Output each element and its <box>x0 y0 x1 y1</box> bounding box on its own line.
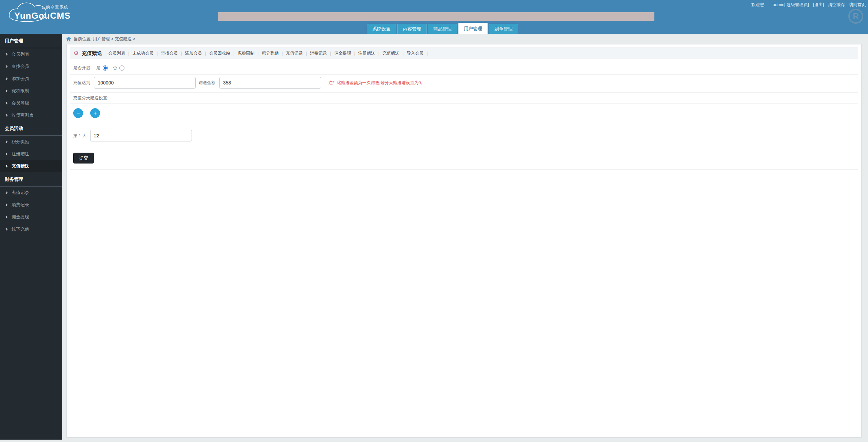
breadcrumb-text: 当前位置: 用户管理 > 充值赠送 > <box>74 36 135 42</box>
chevron-right-icon <box>5 77 7 80</box>
announcement-bar <box>218 12 654 21</box>
sidebar-item-register-gift[interactable]: 注册赠送 <box>0 148 62 160</box>
link-find-member[interactable]: 查找会员 <box>161 51 185 56</box>
enable-yes-radio[interactable] <box>103 65 108 71</box>
link-points-reward[interactable]: 积分奖励 <box>262 51 286 56</box>
chevron-right-icon <box>5 102 7 104</box>
enable-label: 是否开启: <box>73 65 91 71</box>
sidebar-item-recharge-gift[interactable]: 充值赠送 <box>0 160 62 172</box>
chevron-right-icon <box>5 153 7 155</box>
welcome-prefix: 欢迎您: <box>751 2 765 8</box>
sidebar-item-receiver-list[interactable]: 收货商列表 <box>0 109 62 121</box>
welcome-bar: 欢迎您: admin[ 超级管理员] [退出] 清空缓存 访问首页 <box>751 2 866 8</box>
link-member-recycle-bin[interactable]: 会员回收站 <box>209 51 238 56</box>
sidebar-item-points-reward[interactable]: 积分奖励 <box>0 136 62 148</box>
daily-gift-buttons-row: − + <box>70 104 858 124</box>
sidebar: 用户管理 会员列表 查找会员 添加会员 昵称限制 会员等级 收货商列表 会员活动… <box>0 34 62 440</box>
sidebar-item-find-member[interactable]: 查找会员 <box>0 60 62 73</box>
clear-cache-link[interactable]: 清空缓存 <box>828 2 845 8</box>
panel-header: ⚙ 充值赠送 会员列表 未成功会员 查找会员 添加会员 会员回收站 昵称限制 积… <box>70 47 858 59</box>
gift-note: 注*: 此赠送金额为一次赠送,若分天赠送请设置为0。 <box>329 80 425 86</box>
daily-gift-section-label: 充值分天赠送设置: <box>73 95 108 101</box>
chevron-right-icon <box>5 114 7 117</box>
day1-label: 第 1 天: <box>73 133 87 139</box>
link-add-member[interactable]: 添加会员 <box>185 51 209 56</box>
enable-no-label: 否 <box>113 65 117 71</box>
registered-trademark-watermark: R <box>848 9 863 24</box>
chevron-right-icon <box>5 216 7 218</box>
main-nav-tabs: 系统设置 内容管理 商品管理 用户管理 刷单管理 <box>366 23 518 34</box>
brand-name: YunGouCMS <box>14 11 71 21</box>
chevron-right-icon <box>5 165 7 168</box>
chevron-right-icon <box>5 140 7 143</box>
link-consume-records[interactable]: 消费记录 <box>310 51 334 56</box>
daily-gift-section-row: 充值分天赠送设置: <box>70 93 858 104</box>
app-logo: 云购夺宝系统 YunGouCMS <box>6 1 69 23</box>
content-panel: ⚙ 充值赠送 会员列表 未成功会员 查找会员 添加会员 会员回收站 昵称限制 积… <box>66 44 862 438</box>
sidebar-section-member-activities: 会员活动 <box>0 121 62 136</box>
brand-tagline: 云购夺宝系统 <box>41 5 69 10</box>
link-commission-withdraw[interactable]: 佣金提现 <box>334 51 358 56</box>
submit-row: 提交 <box>70 148 858 170</box>
sidebar-item-offline-recharge[interactable]: 线下充值 <box>0 223 62 235</box>
tab-goods-management[interactable]: 商品管理 <box>428 24 457 34</box>
chevron-right-icon <box>5 191 7 194</box>
sidebar-item-member-level[interactable]: 会员等级 <box>0 97 62 109</box>
day1-amount-input[interactable] <box>90 130 192 141</box>
current-user-label: admin[ 超级管理员] <box>773 2 809 8</box>
main-content-area: 当前位置: 用户管理 > 充值赠送 > ⚙ 充值赠送 会员列表 未成功会员 查找… <box>62 34 868 442</box>
panel-nav-links: 会员列表 未成功会员 查找会员 添加会员 会员回收站 昵称限制 积分奖励 充值记… <box>108 51 431 56</box>
home-icon <box>66 37 71 41</box>
visit-homepage-link[interactable]: 访问首页 <box>849 2 866 8</box>
minus-icon: − <box>76 110 80 117</box>
enable-no-radio[interactable] <box>119 65 124 71</box>
link-register-gift[interactable]: 注册赠送 <box>358 51 382 56</box>
add-day-button[interactable]: + <box>90 108 100 118</box>
sidebar-item-add-member[interactable]: 添加会员 <box>0 73 62 85</box>
gift-amount-input[interactable] <box>219 77 321 89</box>
breadcrumb: 当前位置: 用户管理 > 充值赠送 > <box>62 34 868 44</box>
enable-yes-label: 是 <box>96 65 100 71</box>
tab-order-brush-management[interactable]: 刷单管理 <box>489 24 518 34</box>
gear-icon: ⚙ <box>74 51 79 56</box>
recharge-amount-label: 充值达到: <box>73 80 91 86</box>
chevron-right-icon <box>5 53 7 56</box>
link-recharge-gift[interactable]: 充值赠送 <box>382 51 407 56</box>
link-unsuccessful-members[interactable]: 未成功会员 <box>133 51 161 56</box>
sidebar-item-recharge-records[interactable]: 充值记录 <box>0 187 62 199</box>
sidebar-item-commission-withdraw[interactable]: 佣金提现 <box>0 211 62 223</box>
amounts-row: 充值达到: 赠送金额: 注*: 此赠送金额为一次赠送,若分天赠送请设置为0。 <box>70 75 858 93</box>
link-import-members[interactable]: 导入会员 <box>407 51 431 56</box>
chevron-right-icon <box>5 204 7 206</box>
sidebar-item-member-list[interactable]: 会员列表 <box>0 48 62 60</box>
tab-content-management[interactable]: 内容管理 <box>397 24 427 34</box>
enable-row: 是否开启: 是 否 <box>70 62 858 75</box>
sidebar-section-finance-management: 财务管理 <box>0 172 62 187</box>
link-nickname-limit[interactable]: 昵称限制 <box>238 51 262 56</box>
sidebar-item-nickname-limit[interactable]: 昵称限制 <box>0 85 62 97</box>
submit-button[interactable]: 提交 <box>73 153 94 164</box>
gift-amount-label: 赠送金额: <box>198 80 216 86</box>
logout-link[interactable]: [退出] <box>813 2 824 8</box>
tab-system-settings[interactable]: 系统设置 <box>367 24 396 34</box>
plus-icon: + <box>93 110 97 117</box>
app-header: 云购夺宝系统 YunGouCMS 欢迎您: admin[ 超级管理员] [退出]… <box>0 0 868 34</box>
page-title: 充值赠送 <box>82 50 102 57</box>
remove-day-button[interactable]: − <box>73 108 83 118</box>
sidebar-section-user-management: 用户管理 <box>0 34 62 48</box>
link-member-list[interactable]: 会员列表 <box>108 51 132 56</box>
tab-user-management[interactable]: 用户管理 <box>458 23 488 34</box>
day1-row: 第 1 天: <box>70 124 858 148</box>
chevron-right-icon <box>5 228 7 231</box>
chevron-right-icon <box>5 65 7 68</box>
chevron-right-icon <box>5 90 7 92</box>
sidebar-item-consume-records[interactable]: 消费记录 <box>0 199 62 211</box>
recharge-amount-input[interactable] <box>94 77 196 89</box>
link-recharge-records[interactable]: 充值记录 <box>286 51 310 56</box>
